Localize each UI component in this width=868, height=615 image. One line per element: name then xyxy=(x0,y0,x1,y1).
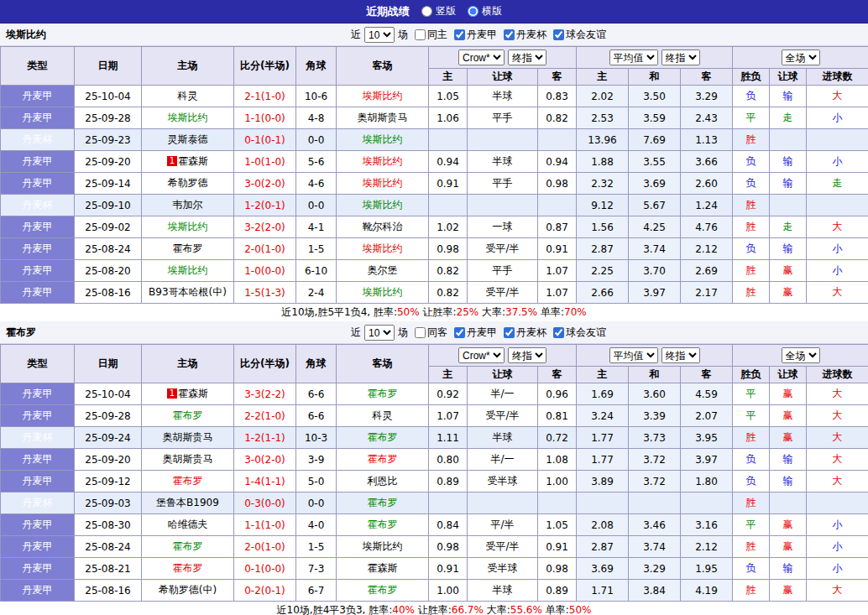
filter-option[interactable]: 丹麦杯 xyxy=(500,28,546,42)
home-team-cell[interactable]: 埃斯比约 xyxy=(142,216,234,238)
corner-cell: 6-10 xyxy=(296,260,337,282)
euro-odds-cell: 3.72 xyxy=(629,471,681,493)
euro-final-odds-select[interactable]: 终指 xyxy=(661,347,700,363)
scope-select[interactable]: 全场 xyxy=(782,50,820,65)
league-cell: 丹麦甲 xyxy=(1,536,75,558)
filter-option[interactable]: 球会友谊 xyxy=(550,326,606,340)
home-team-cell[interactable]: 奥胡斯贵马 xyxy=(142,449,234,471)
filter-checkbox[interactable] xyxy=(415,29,426,40)
away-team-name: 霍布罗 xyxy=(368,388,398,399)
away-team-cell[interactable]: 利恩比 xyxy=(337,471,429,493)
away-team-cell[interactable]: 埃斯比约 xyxy=(337,536,429,558)
home-team-cell[interactable]: 霍布罗 xyxy=(142,471,234,493)
corner-cell: 4-8 xyxy=(296,107,337,129)
summary-segment: 让胜率: xyxy=(420,306,457,318)
away-team-cell[interactable]: 埃斯比约 xyxy=(337,173,429,195)
asia-odds-cell: 半球 xyxy=(468,151,538,173)
away-team-cell[interactable]: 埃斯比约 xyxy=(337,195,429,216)
euro-final-odds-select[interactable]: 终指 xyxy=(661,50,700,65)
away-team-cell[interactable]: 靴尔科治 xyxy=(337,216,429,238)
filter-checkbox[interactable] xyxy=(454,327,465,338)
match-count-select[interactable]: 10 xyxy=(364,27,395,43)
score-cell: 1-0(0-0) xyxy=(234,260,296,282)
filter-option[interactable]: 丹麦杯 xyxy=(500,326,546,340)
home-team-cell[interactable]: 霍布罗 xyxy=(142,238,234,260)
bookmaker-select[interactable]: Crow* xyxy=(458,347,505,363)
home-team-cell[interactable]: 1霍森斯 xyxy=(142,383,234,405)
date-cell: 25-08-21 xyxy=(75,558,142,580)
euro-average-select[interactable]: 平均值 xyxy=(609,50,658,65)
away-team-cell[interactable]: 埃斯比约 xyxy=(337,282,429,304)
filter-option[interactable]: 丹麦甲 xyxy=(451,326,497,340)
home-team-cell[interactable]: 科灵 xyxy=(142,86,234,107)
euro-odds-cell: 3.46 xyxy=(629,514,681,536)
vertical-layout-radio[interactable] xyxy=(421,6,432,17)
asia-final-odds-select[interactable]: 终指 xyxy=(508,347,546,363)
home-team-cell[interactable]: 霍布罗 xyxy=(142,536,234,558)
away-team-cell[interactable]: 霍布罗 xyxy=(337,383,429,405)
asia-odds-cell xyxy=(538,129,577,151)
league-cell: 丹麦甲 xyxy=(1,173,75,195)
away-team-cell[interactable]: 埃斯比约 xyxy=(337,238,429,260)
away-team-cell[interactable]: 埃斯比约 xyxy=(337,151,429,173)
scope-select[interactable]: 全场 xyxy=(782,347,820,363)
filter-checkbox[interactable] xyxy=(504,327,515,338)
away-team-cell[interactable]: 埃斯比约 xyxy=(337,86,429,107)
league-cell: 丹麦甲 xyxy=(1,238,75,260)
filter-option[interactable]: 同客 xyxy=(411,326,447,340)
result-cell: 赢 xyxy=(770,383,807,405)
filter-checkbox[interactable] xyxy=(415,327,426,338)
away-team-cell[interactable]: 奥胡斯贵马 xyxy=(337,107,429,129)
away-team-cell[interactable]: 奥尔堡 xyxy=(337,260,429,282)
euro-odds-cell: 1.77 xyxy=(577,449,629,471)
home-team-cell[interactable]: 埃斯比约 xyxy=(142,260,234,282)
filter-checkbox[interactable] xyxy=(454,29,465,40)
home-team-cell[interactable]: 哈维德夫 xyxy=(142,514,234,536)
date-cell: 25-08-24 xyxy=(75,536,142,558)
filter-checkbox[interactable] xyxy=(553,327,564,338)
column-header: 比分(半场) xyxy=(234,345,296,383)
asia-final-odds-select[interactable]: 终指 xyxy=(508,50,546,65)
away-team-cell[interactable]: 霍森斯 xyxy=(337,558,429,580)
league-cell: 丹麦甲 xyxy=(1,260,75,282)
match-count-select[interactable]: 10 xyxy=(364,325,395,341)
date-cell: 25-09-12 xyxy=(75,471,142,493)
home-team-name: 霍布罗 xyxy=(173,562,203,574)
bookmaker-select[interactable]: Crow* xyxy=(458,50,505,65)
away-team-cell[interactable]: 科灵 xyxy=(337,405,429,427)
filter-option[interactable]: 同主 xyxy=(411,28,447,42)
away-team-cell[interactable]: 埃斯比约 xyxy=(337,129,429,151)
home-team-cell[interactable]: 埃斯比约 xyxy=(142,107,234,129)
away-team-cell[interactable]: 霍布罗 xyxy=(337,427,429,449)
away-team-cell[interactable]: 霍布罗 xyxy=(337,449,429,471)
filter-option[interactable]: 球会友谊 xyxy=(550,28,606,42)
home-team-cell[interactable]: 希勒罗德 xyxy=(142,173,234,195)
layout-option-vertical[interactable]: 竖版 xyxy=(421,4,456,18)
euro-odds-cell: 1.77 xyxy=(577,427,629,449)
home-team-cell[interactable]: 霍布罗 xyxy=(142,405,234,427)
home-team-cell[interactable]: B93哥本哈根(中) xyxy=(142,282,234,304)
asia-odds-cell: 0.84 xyxy=(429,514,468,536)
sub-column-header: 主 xyxy=(577,367,629,383)
filter-checkbox[interactable] xyxy=(553,29,564,40)
euro-odds-cell: 1.24 xyxy=(681,195,733,216)
away-team-cell[interactable]: 霍布罗 xyxy=(337,514,429,536)
corner-cell: 7-3 xyxy=(296,558,337,580)
home-team-name: 霍森斯 xyxy=(178,155,208,167)
home-team-cell[interactable]: 奥胡斯贵马 xyxy=(142,427,234,449)
away-team-cell[interactable]: 霍布罗 xyxy=(337,580,429,602)
home-team-cell[interactable]: 韦加尔 xyxy=(142,195,234,216)
home-team-cell[interactable]: 1霍森斯 xyxy=(142,151,234,173)
layout-option-horizontal[interactable]: 横版 xyxy=(468,4,502,18)
result-cell: 赢 xyxy=(770,405,807,427)
euro-average-select[interactable]: 平均值 xyxy=(609,347,658,363)
home-team-cell[interactable]: 堡鲁本B1909 xyxy=(142,493,234,514)
near-label: 近 xyxy=(351,28,361,42)
home-team-cell[interactable]: 希勒罗德(中) xyxy=(142,580,234,602)
away-team-cell[interactable]: 霍布罗 xyxy=(337,493,429,514)
filter-option[interactable]: 丹麦甲 xyxy=(451,28,497,42)
horizontal-layout-radio[interactable] xyxy=(468,6,478,17)
home-team-cell[interactable]: 霍布罗 xyxy=(142,558,234,580)
home-team-cell[interactable]: 灵斯泰德 xyxy=(142,129,234,151)
filter-checkbox[interactable] xyxy=(504,29,515,40)
